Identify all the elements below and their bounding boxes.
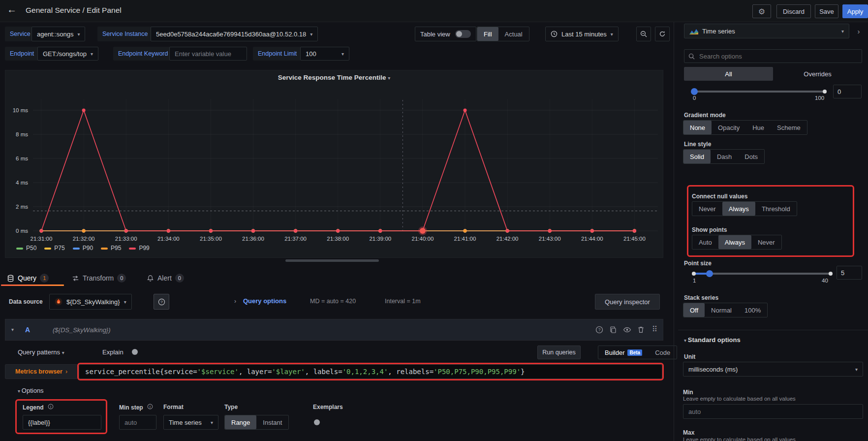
slider-min-label: 0 (693, 95, 696, 101)
connect-nulls-always[interactable]: Always (722, 202, 755, 216)
stack-normal[interactable]: Normal (705, 303, 738, 317)
skywalking-flame-icon (55, 298, 62, 306)
show-points-always[interactable]: Always (718, 235, 751, 249)
tab-overrides[interactable]: Overrides (773, 67, 862, 81)
min-input[interactable] (683, 404, 863, 419)
line-style-dots[interactable]: Dots (738, 150, 764, 163)
endpoint-dropdown[interactable]: GET:/songs/top▾ (37, 47, 98, 61)
svg-text:i: i (50, 405, 51, 409)
min-label: Min (683, 389, 693, 396)
discard-button[interactable]: Discard (776, 4, 811, 18)
svg-text:21:42:00: 21:42:00 (496, 236, 519, 242)
datasource-dropdown[interactable]: ${DS_SkyWalking} ▾ (49, 294, 132, 310)
legend-swatch (44, 248, 51, 250)
connect-nulls-never[interactable]: Never (692, 202, 722, 216)
service-dropdown[interactable]: agent::songs▾ (31, 27, 85, 41)
tab-all[interactable]: All (684, 67, 773, 81)
endpoint-keyword-input[interactable] (169, 47, 247, 61)
panel-type-label: Time series (702, 28, 735, 35)
metrics-browser-button[interactable]: Metrics browser › (5, 364, 78, 379)
min-step-label: Min step i (119, 404, 153, 411)
datasource-help-button[interactable]: ? (154, 294, 169, 310)
service-instance-dropdown[interactable]: 5eed0e5758a244aca6e7699415d360aa@10.52.0… (151, 27, 318, 41)
search-options-box[interactable] (684, 49, 862, 63)
query-expression-token: '$service' (197, 368, 239, 376)
tab-transform[interactable]: Transform 0 (72, 274, 126, 283)
line-style-dash[interactable]: Dash (711, 150, 738, 163)
type-range-option[interactable]: Range (225, 415, 256, 429)
zoom-out-button[interactable] (636, 27, 651, 41)
legend-item[interactable]: P90 (73, 245, 93, 252)
min-step-input[interactable] (119, 415, 156, 430)
actual-option[interactable]: Actual (498, 27, 529, 41)
panel-settings-button[interactable]: ⚙ (752, 4, 771, 18)
builder-option[interactable]: Builder Beta (598, 346, 649, 359)
collapse-chevron-icon[interactable]: ▾ (11, 327, 14, 332)
eye-icon[interactable] (623, 326, 631, 334)
standard-options-toggle[interactable]: ▾ Standard options (684, 336, 741, 344)
show-points-auto[interactable]: Auto (692, 235, 718, 249)
query-inspector-button[interactable]: Query inspector (595, 294, 660, 310)
apply-button[interactable]: Apply (842, 4, 868, 18)
gradient-none[interactable]: None (683, 121, 712, 134)
code-option[interactable]: Code (649, 346, 677, 359)
search-options-input[interactable] (698, 52, 858, 61)
gradient-scheme[interactable]: Scheme (771, 121, 807, 134)
query-expression-token: '0,1,2,3,4' (342, 368, 388, 376)
alert-count-badge: 0 (175, 274, 184, 283)
svg-text:21:45:00: 21:45:00 (623, 236, 646, 242)
legend-item[interactable]: P99 (129, 245, 149, 252)
stack-100[interactable]: 100% (738, 303, 767, 317)
unit-dropdown[interactable]: milliseconds (ms)▾ (683, 362, 863, 377)
run-queries-button[interactable]: Run queries (537, 346, 581, 359)
query-options-toggle[interactable]: Query options (243, 297, 286, 305)
slider-max-label: 40 (822, 278, 828, 284)
point-size-value-input[interactable]: 5 (837, 266, 862, 280)
show-points-segment: Auto Always Never (692, 235, 782, 250)
gradient-hue[interactable]: Hue (746, 121, 771, 134)
show-points-never[interactable]: Never (751, 235, 781, 249)
tab-query[interactable]: Query 1 (7, 274, 49, 283)
horizontal-scrollbar[interactable] (285, 259, 379, 262)
connect-nulls-threshold[interactable]: Threshold (755, 202, 797, 216)
fill-option[interactable]: Fill (477, 27, 498, 41)
endpoint-limit-dropdown[interactable]: 100▾ (300, 47, 349, 61)
line-style-solid[interactable]: Solid (683, 150, 711, 163)
time-range-value: Last 15 minutes (561, 31, 607, 38)
options-sidebar: Time series ▾ › All Overrides 0 100 0 Gr… (678, 22, 868, 441)
table-view-label: Table view (420, 31, 450, 38)
beta-badge: Beta (627, 349, 642, 356)
slider-value-input[interactable]: 0 (833, 85, 862, 98)
type-instant-option[interactable]: Instant (256, 415, 288, 429)
format-dropdown[interactable]: Time series▾ (163, 415, 218, 430)
drag-grip-icon[interactable]: ⠿ (652, 325, 657, 334)
refresh-button[interactable] (655, 27, 670, 41)
legend-item[interactable]: P95 (101, 245, 121, 252)
collapse-pane-button[interactable]: › (852, 24, 865, 38)
legend-item[interactable]: P50 (16, 245, 36, 252)
legend-label: P99 (139, 245, 149, 252)
save-button[interactable]: Save (815, 4, 838, 18)
trash-icon[interactable] (637, 326, 645, 334)
pane-splitter[interactable] (674, 22, 674, 441)
table-view-toggle[interactable] (455, 30, 471, 38)
table-view-control: Table view (415, 27, 476, 41)
stack-off[interactable]: Off (683, 303, 705, 317)
copy-icon[interactable] (609, 326, 617, 334)
svg-text:2 ms: 2 ms (16, 204, 28, 210)
panel-type-selector[interactable]: Time series ▾ (684, 24, 849, 38)
query-patterns-toggle[interactable]: Query patterns ▾ (18, 348, 64, 356)
gradient-opacity[interactable]: Opacity (712, 121, 746, 134)
help-circle-icon[interactable]: ? (595, 326, 603, 334)
timeseries-chart[interactable]: 0 ms2 ms4 ms6 ms8 ms10 ms21:31:0021:32:0… (5, 70, 664, 258)
legend-item[interactable]: P75 (44, 245, 64, 252)
query-expression-token: , (305, 368, 313, 376)
query-row-header[interactable]: ▾ A (${DS_SkyWalking}) ? ⠿ (5, 319, 663, 341)
back-arrow-icon[interactable]: ← (7, 4, 17, 15)
tab-alert[interactable]: Alert 0 (147, 274, 184, 283)
builder-label: Builder (605, 349, 624, 356)
options-toggle[interactable]: ▾ Options (18, 387, 44, 394)
legend-input[interactable] (23, 415, 101, 430)
query-expression-input[interactable]: service_percentile{service='$service', l… (79, 364, 662, 379)
time-range-picker[interactable]: Last 15 minutes ▾ (545, 27, 619, 41)
